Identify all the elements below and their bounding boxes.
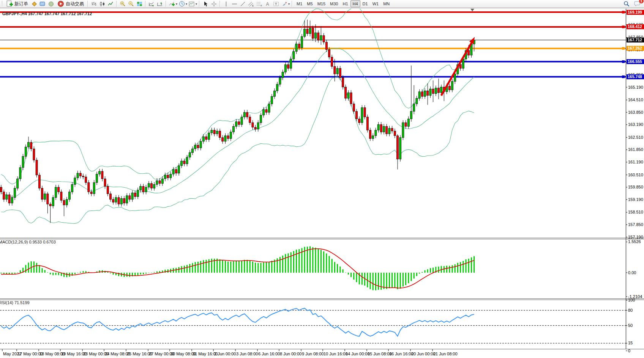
new-order-label: 新订单	[14, 1, 28, 7]
templates-dropdown-caret[interactable]: ▾	[196, 2, 197, 6]
date-axis-label: 25 May 16:00	[127, 352, 152, 356]
svg-text:F: F	[261, 5, 262, 7]
date-axis-label: 6 Jun 16:00	[258, 352, 280, 356]
svg-text:T: T	[275, 2, 277, 6]
profiles-icon[interactable]	[30, 0, 38, 7]
separator	[292, 1, 292, 7]
price-line-label[interactable]: 169.199	[627, 10, 644, 15]
auto-trading-label: 自动交易	[66, 1, 84, 7]
price-line-label[interactable]: 165.748	[627, 74, 644, 79]
timeframe-w1[interactable]: W1	[370, 0, 381, 7]
rsi-axis-tick: 0	[628, 349, 630, 353]
price-axis-tick: 158.510	[628, 210, 643, 214]
separator	[145, 1, 146, 7]
date-axis-label: 21 Jun 08:00	[433, 352, 458, 356]
horizontal-line-tool-icon[interactable]	[230, 0, 238, 7]
timeframe-m15[interactable]: M15	[315, 0, 328, 7]
date-axis-label: 9 Jun 08:00	[302, 352, 324, 356]
price-axis-tick: 165.190	[628, 85, 643, 90]
trendline-tool-icon[interactable]	[239, 0, 246, 7]
auto-trading-icon	[57, 0, 65, 7]
channel-tool-icon[interactable]: E	[247, 0, 255, 7]
price-axis-tick: 157.190	[628, 235, 643, 239]
line-chart-type-icon[interactable]	[107, 0, 114, 7]
period-clock-icon[interactable]	[178, 0, 186, 7]
date-axis-label: 24 May 08:00	[105, 352, 130, 356]
price-axis-tick: 159.190	[628, 197, 643, 202]
notifications-icon[interactable]: 1	[633, 0, 641, 7]
date-axis-label: 19 May 16:00	[61, 352, 87, 356]
rsi-indicator-label: RSI(14) 71.5199	[0, 300, 30, 305]
cursor-icon[interactable]	[202, 0, 209, 7]
indicators-dropdown-caret[interactable]: ▾	[176, 2, 177, 6]
arrows-tool-icon[interactable]	[281, 0, 288, 7]
separator	[87, 1, 88, 7]
application-window: 新订单 自动交易 ▾ ▾ ▾ E F A	[0, 0, 644, 358]
price-axis-tick: 163.190	[628, 122, 643, 127]
date-axis-label: 16 Jun 16:00	[389, 352, 414, 356]
toolbar: 新订单 自动交易 ▾ ▾ ▾ E F A	[0, 0, 644, 8]
separator	[166, 1, 166, 7]
price-line-label[interactable]: 166.555	[627, 59, 644, 64]
price-line-label[interactable]: 167.712	[627, 38, 644, 42]
navigator-icon[interactable]	[47, 0, 55, 7]
date-axis-label: 14 Jun 00:00	[346, 352, 370, 356]
text-tool-icon[interactable]: A	[264, 0, 271, 7]
auto-scroll-icon[interactable]	[148, 0, 155, 7]
zoom-in-icon[interactable]	[119, 0, 126, 7]
new-order-button[interactable]: 新订单	[4, 0, 30, 8]
date-axis-label: 10 Jun 16:00	[324, 352, 348, 356]
timeframe-m30[interactable]: M30	[328, 0, 340, 7]
zoom-out-icon[interactable]	[127, 0, 135, 7]
chart-canvas[interactable]	[0, 0, 644, 358]
crosshair-icon[interactable]	[210, 0, 218, 7]
date-axis-label: 8 Jun 00:00	[280, 352, 302, 356]
symbol-ohlc-header: GBPJPY-,H4 167.747 167.747 167.712 167.7…	[2, 11, 92, 16]
candlestick-chart-type-icon[interactable]	[98, 0, 106, 7]
macd-axis-tick: 1.5526	[628, 239, 641, 244]
tile-windows-icon[interactable]	[136, 0, 143, 7]
svg-text:A: A	[266, 2, 269, 7]
toolbar-right: 1	[623, 0, 643, 7]
timeframe-h4[interactable]: H4	[350, 0, 360, 7]
timeframe-toolbar: M1M5M15M30H1H4D1W1MN	[294, 0, 392, 7]
search-icon[interactable]	[623, 0, 630, 7]
price-axis-tick: 164.510	[628, 97, 643, 102]
timeframe-m1[interactable]: M1	[294, 0, 305, 7]
price-axis-tick: 161.850	[628, 147, 643, 152]
period-dropdown-caret[interactable]: ▾	[186, 2, 187, 6]
market-watch-icon[interactable]	[39, 0, 46, 7]
timeframe-h1[interactable]: H1	[340, 0, 350, 7]
price-axis-tick: 163.850	[628, 110, 643, 115]
toolbar-grip	[2, 1, 3, 6]
vertical-line-tool-icon[interactable]	[222, 0, 230, 7]
indicators-icon[interactable]	[168, 0, 176, 7]
price-axis-tick: 157.850	[628, 222, 643, 227]
separator	[116, 1, 117, 7]
bar-chart-type-icon[interactable]	[90, 0, 98, 7]
price-axis-tick: 160.510	[628, 173, 643, 177]
templates-icon[interactable]	[188, 0, 196, 7]
timeframe-mn[interactable]: MN	[381, 0, 392, 7]
text-label-tool-icon[interactable]: T	[272, 0, 280, 7]
separator	[219, 1, 220, 7]
price-axis-tick: 162.510	[628, 135, 643, 140]
timeframe-m5[interactable]: M5	[305, 0, 315, 7]
date-axis-label: 30 May 08:00	[170, 352, 196, 356]
fibonacci-tool-icon[interactable]: F	[256, 0, 263, 7]
date-axis-label: 17 May 00:00	[17, 352, 43, 356]
macd-indicator-label: MACD(12,26,9) 0.9533 0.6703	[0, 240, 56, 244]
price-axis-tick: 161.190	[628, 160, 643, 164]
price-axis-tick: 159.850	[628, 185, 643, 189]
date-axis-label: 20 Jun 00:00	[411, 352, 436, 356]
price-line-label[interactable]: 168.412	[627, 24, 644, 29]
new-order-icon	[6, 0, 13, 7]
rsi-axis-tick: 50	[628, 323, 633, 328]
svg-text:E: E	[252, 5, 254, 7]
auto-trading-button[interactable]: 自动交易	[55, 0, 85, 8]
timeframe-d1[interactable]: D1	[360, 0, 370, 7]
date-axis-label: 3 Jun 08:00	[236, 352, 258, 356]
price-line-label[interactable]: 167.262	[627, 46, 644, 51]
arrows-dropdown-caret[interactable]: ▾	[288, 2, 290, 6]
chart-shift-icon[interactable]	[156, 0, 164, 7]
